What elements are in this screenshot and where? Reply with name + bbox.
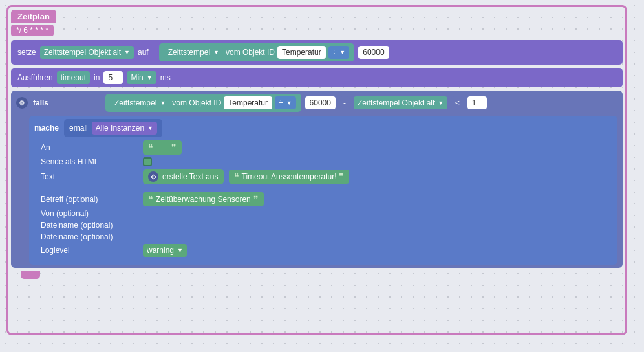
email-block: email Alle Instanzen ▼ [64, 119, 162, 137]
von-label: Von (optional) [41, 209, 138, 218]
dateiname2-row: Dateiname (optional) [41, 232, 612, 241]
close-quote-1: ❞ [171, 142, 177, 153]
timeout-value-input[interactable]: 5 [103, 71, 123, 84]
alle-instanzen-dropdown[interactable]: Alle Instanzen ▼ [92, 122, 157, 135]
warning-dropdown[interactable]: warning ▼ [143, 244, 187, 257]
zeitstempel-objekt-alt-dropdown[interactable]: Zeittstempel Objekt alt ▼ [354, 96, 447, 109]
timeout-aussentemperatur-text: Timeout Aussentemperatur! [242, 172, 337, 181]
minus-operator[interactable]: - [339, 96, 350, 109]
mache-block: mache email Alle Instanzen ▼ An ❝ [29, 116, 617, 265]
dropdown-arrow: ▼ [124, 49, 130, 56]
setze-block: setze Zeittstempel Objekt alt ▼ auf Zeit… [11, 40, 623, 65]
falls-block: ⚙ falls Zeittstempel ▼ vom Objekt ID Tem… [11, 91, 623, 268]
le-operator[interactable]: ≤ [451, 96, 464, 109]
value-60000-1[interactable]: 60000 [358, 46, 389, 59]
timeout-text-block: ❝ Timeout Aussentemperatur! ❞ [229, 170, 350, 184]
value-60000-2[interactable]: 60000 [305, 96, 336, 109]
sende-als-html-row: Sende als HTML [41, 157, 612, 166]
divide-dropdown-1[interactable]: ÷ ▼ [328, 46, 350, 59]
dateiname1-label: Dateiname (optional) [41, 221, 138, 230]
dateiname1-row: Dateiname (optional) [41, 221, 612, 230]
vom-objekt-id-label-2: vom Objekt ID [172, 98, 221, 107]
gear-icon[interactable]: ⚙ [16, 97, 28, 109]
create-text-block: ⚙ erstelle Text aus [143, 169, 224, 184]
create-text-gear-icon[interactable]: ⚙ [148, 171, 158, 182]
open-quote-2: ❝ [234, 171, 239, 182]
loglevel-row: Loglevel warning ▼ [41, 244, 612, 257]
bottom-handle [21, 271, 40, 279]
loglevel-label: Loglevel [41, 246, 138, 255]
von-row: Von (optional) [41, 209, 612, 218]
an-label: An [41, 143, 138, 152]
timeout-dropdown[interactable]: timeout [57, 71, 90, 84]
mache-header: mache email Alle Instanzen ▼ [34, 119, 612, 137]
email-label: email [69, 124, 88, 133]
close-quote-3: ❞ [253, 194, 259, 204]
ausfuhren-label: Ausführen [17, 73, 53, 82]
setze-var-dropdown[interactable]: Zeittstempel Objekt alt ▼ [40, 46, 134, 59]
cron-expression[interactable]: */ 6 * * * * [11, 25, 54, 36]
mache-label: mache [34, 124, 59, 133]
ausfuhren-block: Ausführen timeout in 5 Min ▼ ms [11, 68, 623, 87]
zeitplan-header[interactable]: Zeitplan [11, 10, 56, 23]
number-1-input[interactable]: 1 [467, 96, 487, 109]
setze-label: setze [17, 48, 36, 57]
temperatur-input-1[interactable]: Temperatur [277, 46, 326, 59]
auf-label: auf [138, 48, 149, 57]
vom-objekt-id-label-1: vom Objekt ID [226, 48, 275, 57]
in-label: in [94, 73, 100, 82]
falls-header: ⚙ falls Zeittstempel ▼ vom Objekt ID Tem… [16, 94, 617, 112]
an-row: An ❝ ❞ [41, 140, 612, 155]
text-row: Text ⚙ erstelle Text aus ❝ Timeout Ausse… [41, 169, 612, 184]
erstelle-text-aus-label: erstelle Text aus [162, 172, 219, 181]
ms-label: ms [160, 73, 171, 82]
dateiname2-label: Dateiname (optional) [41, 232, 138, 241]
temperatur-input-2[interactable]: Temperatur [224, 96, 272, 109]
betreff-row: Betreff (optional) ❝ Zeitüberwachung Sen… [41, 192, 612, 206]
zeitplan-block: Zeitplan */ 6 * * * * setze Zeittstempel… [6, 5, 627, 335]
zeituberwachung-sensoren-text: Zeitüberwachung Sensoren [156, 195, 251, 204]
divide-dropdown-2[interactable]: ÷ ▼ [275, 96, 296, 109]
open-quote-1: ❝ [148, 142, 153, 153]
open-quote-3: ❝ [148, 194, 153, 204]
falls-label: falls [33, 98, 48, 107]
zeitstempel-block-1: Zeittstempel ▼ vom Objekt ID Temperatur … [159, 43, 355, 61]
close-quote-2: ❞ [339, 171, 344, 182]
zeitstempel-dropdown-1[interactable]: Zeittstempel ▼ [164, 46, 223, 59]
betreff-label: Betreff (optional) [41, 195, 138, 204]
sende-als-html-label: Sende als HTML [41, 157, 138, 166]
text-label: Text [41, 172, 138, 181]
betreff-string-block: ❝ Zeitüberwachung Sensoren ❞ [143, 192, 264, 206]
min-dropdown[interactable]: Min ▼ [127, 71, 156, 84]
warning-value: warning [147, 246, 174, 255]
sende-als-html-checkbox[interactable] [143, 157, 152, 166]
zeitstempel-dropdown-2[interactable]: Zeittstempel ▼ [111, 96, 169, 109]
an-string-block: ❝ ❞ [143, 140, 182, 155]
zeitstempel-block-2: Zeittstempel ▼ vom Objekt ID Temperatur … [105, 94, 301, 112]
workspace: Zeitplan */ 6 * * * * setze Zeittstempel… [0, 0, 644, 352]
